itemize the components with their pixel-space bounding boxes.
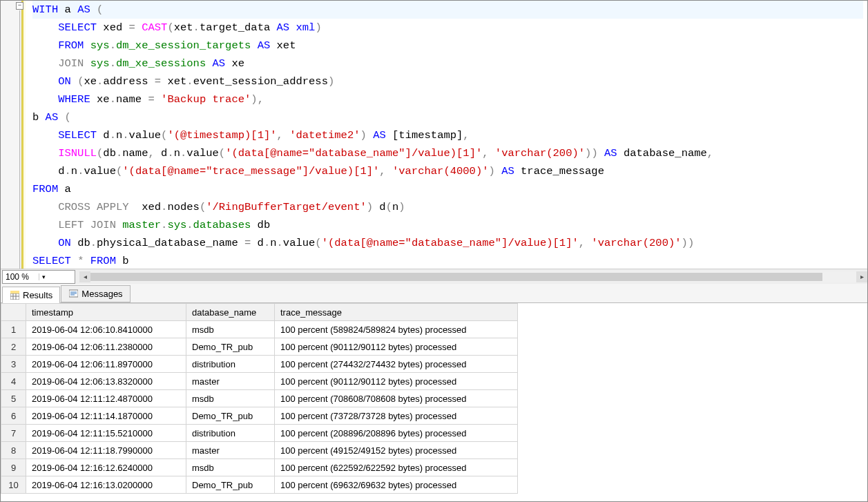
scroll-thumb[interactable] bbox=[90, 273, 822, 281]
cell[interactable]: master bbox=[186, 442, 275, 459]
cell[interactable]: distribution bbox=[186, 425, 275, 442]
scroll-left-button[interactable]: ◂ bbox=[79, 271, 90, 282]
scroll-right-button[interactable]: ▸ bbox=[856, 271, 867, 282]
messages-icon bbox=[68, 289, 78, 299]
table-row[interactable]: 42019-06-04 12:06:13.8320000master100 pe… bbox=[1, 373, 518, 390]
table-row[interactable]: 82019-06-04 12:11:18.7990000master100 pe… bbox=[1, 442, 518, 459]
cell[interactable]: 100 percent (708608/708608 bytes) proces… bbox=[275, 390, 518, 407]
tab-messages-label: Messages bbox=[81, 289, 122, 299]
column-header[interactable]: trace_message bbox=[275, 304, 518, 321]
cell[interactable]: 2019-06-04 12:06:10.8410000 bbox=[26, 321, 186, 338]
cell[interactable]: 100 percent (208896/208896 bytes) proces… bbox=[275, 425, 518, 442]
row-number[interactable]: 9 bbox=[1, 459, 26, 476]
chevron-down-icon[interactable]: ▾ bbox=[39, 273, 75, 280]
column-header[interactable]: database_name bbox=[186, 304, 275, 321]
zoom-combo[interactable]: 100 % ▾ bbox=[2, 270, 75, 284]
cell[interactable]: 100 percent (73728/73728 bytes) processe… bbox=[275, 407, 518, 425]
row-number[interactable]: 10 bbox=[1, 476, 26, 494]
editor-footer: 100 % ▾ ◂ ▸ bbox=[1, 269, 867, 284]
row-header-blank[interactable] bbox=[1, 304, 26, 321]
cell[interactable]: 2019-06-04 12:16:13.0200000 bbox=[26, 476, 186, 494]
sql-editor[interactable]: − WITH a AS ( SELECT xed = CAST(xet.targ… bbox=[1, 1, 867, 269]
cell[interactable]: Demo_TR_pub bbox=[186, 407, 275, 425]
row-number[interactable]: 2 bbox=[1, 338, 26, 356]
row-number[interactable]: 7 bbox=[1, 425, 26, 442]
table-row[interactable]: 12019-06-04 12:06:10.8410000msdb100 perc… bbox=[1, 321, 518, 338]
table-row[interactable]: 102019-06-04 12:16:13.0200000Demo_TR_pub… bbox=[1, 476, 518, 494]
cell[interactable]: 100 percent (49152/49152 bytes) processe… bbox=[275, 442, 518, 459]
cell[interactable]: 100 percent (90112/90112 bytes) processe… bbox=[275, 338, 518, 356]
row-number[interactable]: 8 bbox=[1, 442, 26, 459]
code-content[interactable]: WITH a AS ( SELECT xed = CAST(xet.target… bbox=[26, 1, 867, 269]
cell[interactable]: 100 percent (622592/622592 bytes) proces… bbox=[275, 459, 518, 476]
table-row[interactable]: 62019-06-04 12:11:14.1870000Demo_TR_pub1… bbox=[1, 407, 518, 425]
results-grid[interactable]: timestamp database_name trace_message 12… bbox=[1, 303, 867, 501]
cell[interactable]: msdb bbox=[186, 321, 275, 338]
cell[interactable]: 2019-06-04 12:11:18.7990000 bbox=[26, 442, 186, 459]
table-row[interactable]: 72019-06-04 12:11:15.5210000distribution… bbox=[1, 425, 518, 442]
cell[interactable]: 2019-06-04 12:16:12.6240000 bbox=[26, 459, 186, 476]
table-row[interactable]: 52019-06-04 12:11:12.4870000msdb100 perc… bbox=[1, 390, 518, 407]
tab-results[interactable]: Results bbox=[2, 287, 60, 303]
svg-rect-5 bbox=[10, 291, 19, 293]
cell[interactable]: 2019-06-04 12:11:12.4870000 bbox=[26, 390, 186, 407]
grid-icon bbox=[10, 291, 19, 300]
cell[interactable]: distribution bbox=[186, 356, 275, 373]
cell[interactable]: 100 percent (589824/589824 bytes) proces… bbox=[275, 321, 518, 338]
cell[interactable]: 2019-06-04 12:11:14.1870000 bbox=[26, 407, 186, 425]
row-number[interactable]: 5 bbox=[1, 390, 26, 407]
cell[interactable]: Demo_TR_pub bbox=[186, 338, 275, 356]
cell[interactable]: 2019-06-04 12:06:13.8320000 bbox=[26, 373, 186, 390]
row-number[interactable]: 6 bbox=[1, 407, 26, 425]
row-number[interactable]: 3 bbox=[1, 356, 26, 373]
tab-results-label: Results bbox=[23, 290, 52, 300]
cell[interactable]: Demo_TR_pub bbox=[186, 476, 275, 494]
editor-gutter: − bbox=[1, 1, 21, 269]
table-row[interactable]: 22019-06-04 12:06:11.2380000Demo_TR_pub1… bbox=[1, 338, 518, 356]
cell[interactable]: master bbox=[186, 373, 275, 390]
fold-guideline bbox=[19, 10, 20, 269]
column-header[interactable]: timestamp bbox=[26, 304, 186, 321]
table-row[interactable]: 92019-06-04 12:16:12.6240000msdb100 perc… bbox=[1, 459, 518, 476]
cell[interactable]: 100 percent (90112/90112 bytes) processe… bbox=[275, 373, 518, 390]
cell[interactable]: 2019-06-04 12:11:15.5210000 bbox=[26, 425, 186, 442]
fold-icon[interactable]: − bbox=[16, 2, 23, 10]
cell[interactable]: msdb bbox=[186, 459, 275, 476]
table-row[interactable]: 32019-06-04 12:06:11.8970000distribution… bbox=[1, 356, 518, 373]
cell[interactable]: 2019-06-04 12:06:11.2380000 bbox=[26, 338, 186, 356]
zoom-value: 100 % bbox=[3, 272, 39, 282]
horizontal-scrollbar[interactable]: ◂ ▸ bbox=[79, 271, 867, 282]
result-tabs: Results Messages bbox=[1, 284, 867, 303]
row-number[interactable]: 1 bbox=[1, 321, 26, 338]
cell[interactable]: 2019-06-04 12:06:11.8970000 bbox=[26, 356, 186, 373]
tab-messages[interactable]: Messages bbox=[61, 285, 130, 302]
cell[interactable]: 100 percent (69632/69632 bytes) processe… bbox=[275, 476, 518, 494]
row-number[interactable]: 4 bbox=[1, 373, 26, 390]
cell[interactable]: msdb bbox=[186, 390, 275, 407]
cell[interactable]: 100 percent (274432/274432 bytes) proces… bbox=[275, 356, 518, 373]
